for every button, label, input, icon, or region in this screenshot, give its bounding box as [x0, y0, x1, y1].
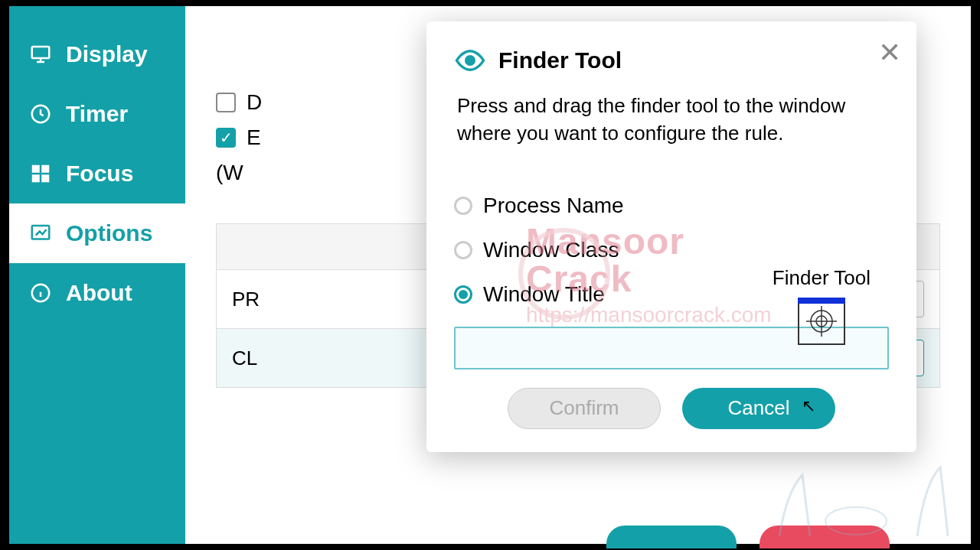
- radio-unselected-icon: [454, 241, 472, 259]
- svg-rect-7: [41, 174, 49, 182]
- sidebar-item-label: Timer: [66, 101, 128, 127]
- sidebar-item-label: About: [66, 280, 132, 306]
- dialog-description: Press and drag the finder tool to the wi…: [454, 92, 889, 148]
- eye-icon: [454, 44, 486, 76]
- sidebar-item-options[interactable]: Options: [9, 203, 185, 263]
- radio-window-class[interactable]: Window Class: [454, 238, 889, 262]
- radio-unselected-icon: [454, 197, 472, 215]
- svg-rect-0: [32, 47, 50, 58]
- sidebar-item-about[interactable]: About: [9, 263, 185, 323]
- sidebar-item-timer[interactable]: Timer: [9, 84, 185, 144]
- sidebar-item-label: Display: [66, 41, 148, 67]
- options-icon: [29, 222, 52, 245]
- cancel-button[interactable]: Cancel: [682, 388, 835, 429]
- svg-rect-5: [41, 165, 49, 173]
- close-button[interactable]: ✕: [878, 37, 901, 69]
- radio-label: Window Class: [483, 238, 619, 262]
- svg-point-13: [466, 57, 475, 65]
- clock-icon: [29, 103, 52, 125]
- confirm-button[interactable]: Confirm: [508, 388, 661, 429]
- monitor-icon: [29, 43, 52, 66]
- sidebar-item-label: Options: [66, 220, 152, 246]
- svg-rect-4: [32, 165, 40, 173]
- sidebar-item-display[interactable]: Display: [9, 24, 185, 84]
- radio-selected-icon: [454, 285, 472, 304]
- finder-tool-dialog: ✕ Finder Tool Press and drag the finder …: [426, 21, 916, 452]
- radio-label: Process Name: [483, 194, 624, 218]
- svg-rect-6: [32, 174, 40, 182]
- close-icon: ✕: [878, 37, 901, 68]
- sidebar: Display Timer Focus Options About: [9, 6, 185, 544]
- finder-crosshair-icon[interactable]: [798, 298, 845, 345]
- main-content: Rules D ✓ E (W e will be triggered.) Mod…: [185, 6, 971, 544]
- radio-label: Window Title: [483, 282, 605, 307]
- modal-overlay: ✕ Finder Tool Press and drag the finder …: [185, 6, 971, 544]
- info-icon: [29, 282, 52, 304]
- radio-process-name[interactable]: Process Name: [454, 194, 889, 218]
- app-window: Display Timer Focus Options About: [9, 0, 971, 550]
- grid-icon: [29, 162, 52, 185]
- finder-tool-widget: Finder Tool: [773, 266, 871, 345]
- sidebar-item-label: Focus: [66, 161, 133, 187]
- sidebar-item-focus[interactable]: Focus: [9, 144, 185, 203]
- dialog-title: Finder Tool: [498, 47, 622, 73]
- finder-tool-label: Finder Tool: [773, 266, 871, 290]
